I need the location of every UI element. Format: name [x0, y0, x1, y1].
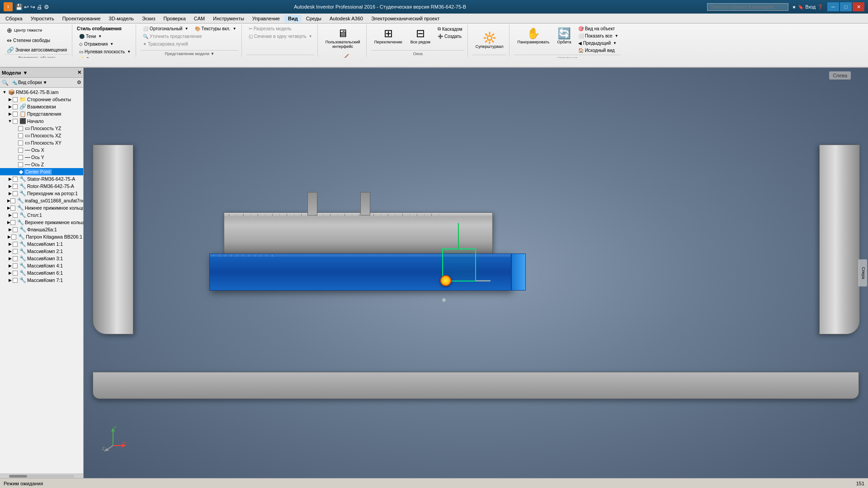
check-nachalo[interactable] — [13, 119, 18, 124]
expand-nachalo[interactable]: ▼ — [7, 118, 13, 124]
check-xy[interactable] — [18, 141, 23, 145]
exp-mass1[interactable]: ▶ — [7, 241, 13, 247]
tree-item-stol[interactable]: ▶ 🔧 Стол:1 — [0, 211, 83, 219]
panel-dropdown-icon[interactable]: ▼ — [23, 70, 28, 75]
new-window-btn[interactable]: ➕ Создать — [435, 33, 465, 40]
tree-item-vzaim[interactable]: ▶ 🔗 Взаимосвязи — [0, 103, 83, 110]
check-patron[interactable] — [11, 235, 16, 239]
menu-proverka[interactable]: Проверка — [160, 15, 189, 22]
tree-item-mass7[interactable]: ▶ 🔧 МассивКомп 7:1 — [0, 277, 83, 284]
tree-item-flansh[interactable]: ▶ 🔧 Фланша26а:1 — [0, 226, 83, 233]
undo-icon[interactable]: ↩ — [24, 4, 29, 10]
check-mass7[interactable] — [13, 278, 18, 283]
star-icon[interactable]: ★ — [792, 5, 796, 9]
save-icon[interactable]: 💾 — [15, 4, 23, 10]
menu-eskiz[interactable]: Эскиз — [138, 15, 159, 22]
expand-root[interactable]: ▼ — [2, 89, 7, 95]
settings-icon[interactable]: ⚙ — [44, 4, 49, 10]
tile-btn[interactable]: ⊟ Все рядом — [407, 25, 434, 46]
tree-item-inafag[interactable]: ▶ 🔧 inafag_sx011868_anufat7neozqfx|20... — [0, 197, 83, 204]
menu-sborka[interactable]: Сборка — [2, 15, 26, 22]
check-pereh[interactable] — [13, 191, 18, 196]
prev-view-btn[interactable]: ◀ Предыдущий ▼ — [576, 40, 621, 47]
panel-close-btn[interactable]: ✕ — [77, 70, 81, 75]
super-turvel-btn[interactable]: 🔆 Суперштурвал — [472, 30, 507, 51]
tree-item-patron[interactable]: ▶ 🔧 Патрон Kitagawa BB206:1 — [0, 233, 83, 240]
shadows-btn[interactable]: 🌑 Тени ▼ — [77, 33, 133, 40]
tree-item-osx[interactable]: — Ось X — [0, 146, 83, 154]
right-nav-1[interactable]: Спера — [858, 259, 867, 286]
pan-btn[interactable]: ✋ Панорамировать — [514, 25, 552, 46]
exp-flansh[interactable]: ▶ — [7, 227, 13, 232]
tree-item-center[interactable]: ◆ Center Point — [0, 168, 83, 175]
menu-manage[interactable]: Управление — [249, 15, 283, 22]
check-inafag[interactable] — [10, 198, 15, 203]
settings-panel-icon[interactable]: ⚙ — [77, 80, 81, 85]
tree-item-nachalo[interactable]: ▼ ⬛ Начало — [0, 117, 83, 125]
clear-screen-btn[interactable]: 🧹 Очиститьэкран — [331, 52, 355, 58]
bookmark-icon[interactable]: 🔖 — [798, 5, 803, 9]
viewport[interactable]: Спева — [84, 68, 868, 478]
help-icon[interactable]: ❓ — [817, 5, 823, 9]
close-button[interactable]: ✕ — [853, 2, 864, 11]
check-nizhk[interactable] — [10, 206, 15, 211]
check-mass4[interactable] — [13, 263, 18, 268]
control-point-yellow[interactable] — [440, 275, 451, 286]
menu-a360[interactable]: Autodesk A360 — [326, 15, 367, 22]
exp-mass2[interactable]: ▶ — [7, 249, 13, 254]
check-side[interactable] — [13, 97, 18, 102]
textures-btn[interactable]: 🎨 Текстуры вкл. ▼ — [193, 25, 239, 32]
check-stol[interactable] — [13, 213, 18, 218]
tree-item-xz[interactable]: ▭ Плоскость XZ — [0, 132, 83, 139]
minimize-button[interactable]: ─ — [827, 2, 839, 11]
switch-btn[interactable]: ⊞ Переключение — [371, 25, 406, 46]
check-flansh[interactable] — [13, 227, 18, 232]
exp-mass3[interactable]: ▶ — [7, 256, 13, 261]
check-mass2[interactable] — [13, 249, 18, 254]
exp-rotor[interactable]: ▶ — [7, 183, 13, 189]
tree-item-yz[interactable]: ▭ Плоскость YZ — [0, 125, 83, 132]
expand-side[interactable]: ▶ — [7, 97, 13, 102]
user-interface-btn[interactable]: 🖥 Пользовательскийинтерфейс — [322, 25, 363, 51]
menu-uprostit[interactable]: Упростить — [27, 15, 58, 22]
help-search-input[interactable] — [707, 3, 788, 11]
exp-mass7[interactable]: ▶ — [7, 277, 13, 283]
menu-electro[interactable]: Электромеханический проект — [368, 15, 443, 22]
tree-item-side[interactable]: ▶ 📁 Сторонние объекты — [0, 96, 83, 103]
tree-item-mass4[interactable]: ▶ 🔧 МассивКомп 4:1 — [0, 262, 83, 269]
exp-patron[interactable]: ▶ — [7, 234, 11, 239]
home-view-btn[interactable]: 🏠 Исходный вид — [576, 47, 621, 54]
tree-item-rotor[interactable]: ▶ 🔧 Rotor-RM36-642-75-A — [0, 183, 83, 190]
tree-item-verhk[interactable]: ▶ 🔧 Верхнее прижимное кольцо:1 — [0, 219, 83, 226]
expand-pred[interactable]: ▶ — [7, 111, 13, 117]
check-verhk[interactable] — [10, 220, 15, 225]
check-mass3[interactable] — [13, 256, 18, 261]
filter-icon[interactable]: 🔍 — [2, 80, 9, 86]
tree-item-xy[interactable]: ▭ Плоскость XY — [0, 139, 83, 146]
tree-item-mass2[interactable]: ▶ 🔧 МассивКомп 2:1 — [0, 248, 83, 255]
cascade-btn[interactable]: ⧉ Каскадом — [435, 25, 465, 33]
menu-proekt[interactable]: Проектирование — [59, 15, 104, 22]
expand-vzaim[interactable]: ▶ — [7, 104, 13, 109]
tree-item-osy[interactable]: — Ось Y — [0, 154, 83, 161]
center-of-mass-btn[interactable]: ⊕ Центр тяжести — [5, 25, 44, 35]
orbit-btn[interactable]: 🔄 Орбита — [554, 25, 574, 46]
redo-icon[interactable]: ↪ — [30, 4, 35, 10]
check-yz[interactable] — [18, 126, 23, 131]
menu-vid[interactable]: Вид — [284, 15, 302, 22]
exp-pereh[interactable]: ▶ — [7, 191, 13, 196]
degrees-freedom-btn[interactable]: ⇔ Степени свободы — [5, 36, 52, 45]
check-pred[interactable] — [13, 112, 18, 117]
check-osz[interactable] — [18, 162, 23, 167]
tree-item-mass3[interactable]: ▶ 🔧 МассивКомп 3:1 — [0, 255, 83, 262]
menu-sredy[interactable]: Среды — [302, 15, 325, 22]
tree-item-pred[interactable]: ▶ 📋 Представления — [0, 110, 83, 117]
zero-plane-btn[interactable]: ▭ Нулевая плоскость ▼ — [77, 48, 133, 55]
exp-stator[interactable]: ▶ — [7, 176, 13, 182]
raytracing-btn[interactable]: ✦ Трассировка лучей — [141, 41, 239, 47]
hscroll-thumb[interactable] — [9, 475, 27, 478]
exp-stol[interactable]: ▶ — [7, 212, 13, 218]
login-text[interactable]: Вход — [805, 5, 816, 9]
tree-item-nizhk[interactable]: ▶ 🔧 Нижнее прижимное кольцо:1 — [0, 204, 83, 211]
check-xz[interactable] — [18, 133, 23, 138]
